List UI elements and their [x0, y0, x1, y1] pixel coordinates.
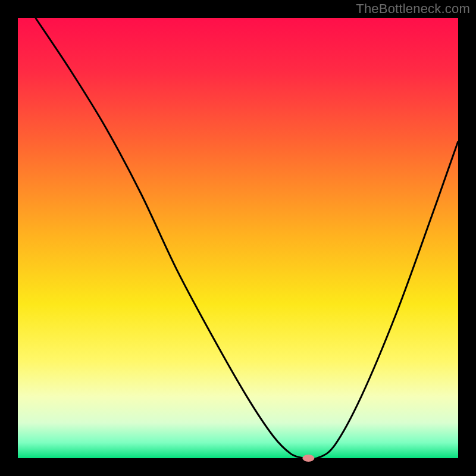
watermark-text: TheBottleneck.com [356, 1, 470, 17]
optimal-marker [302, 455, 314, 462]
chart-frame: TheBottleneck.com [0, 0, 476, 476]
bottleneck-chart [0, 0, 476, 476]
plot-background [18, 18, 458, 458]
